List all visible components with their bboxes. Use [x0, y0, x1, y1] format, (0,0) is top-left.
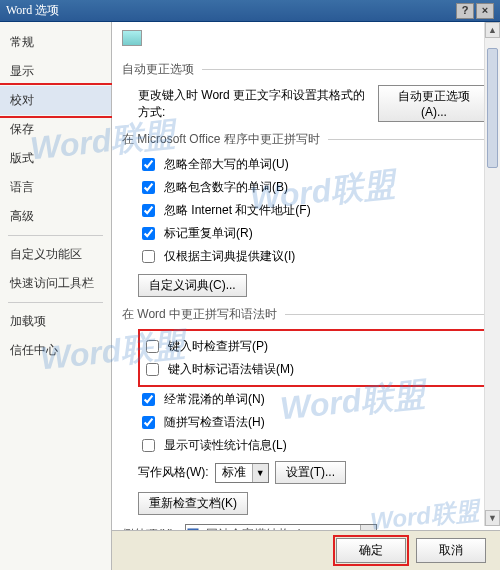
- opt-label: 经常混淆的单词(N): [164, 391, 265, 408]
- opt-mark-repeat[interactable]: [142, 227, 155, 240]
- section-title: 自动更正选项: [122, 61, 194, 78]
- scroll-thumb[interactable]: [487, 48, 498, 168]
- section-icon: [122, 30, 142, 46]
- scroll-up-arrow[interactable]: ▲: [485, 22, 500, 38]
- opt-ignore-internet[interactable]: [142, 204, 155, 217]
- opt-confused-words[interactable]: [142, 393, 155, 406]
- section-title: 在 Microsoft Office 程序中更正拼写时: [122, 131, 320, 148]
- titlebar: Word 选项 ? ×: [0, 0, 500, 22]
- opt-label: 随拼写检查语法(H): [164, 414, 265, 431]
- opt-ignore-numbers[interactable]: [142, 181, 155, 194]
- opt-label: 显示可读性统计信息(L): [164, 437, 287, 454]
- highlighted-spell-options: 键入时检查拼写(P) 键入时标记语法错误(M): [138, 329, 490, 387]
- chevron-down-icon: ▼: [252, 464, 268, 482]
- nav-item-display[interactable]: 显示: [0, 57, 111, 86]
- nav-item-proofing[interactable]: 校对: [0, 86, 111, 115]
- opt-label: 标记重复单词(R): [164, 225, 253, 242]
- combo-value: 标准: [216, 464, 252, 481]
- opt-mark-grammar-typing[interactable]: [146, 363, 159, 376]
- nav-item-advanced[interactable]: 高级: [0, 202, 111, 231]
- nav-item-general[interactable]: 常规: [0, 28, 111, 57]
- nav-item-save[interactable]: 保存: [0, 115, 111, 144]
- opt-readability-stats[interactable]: [142, 439, 155, 452]
- window-buttons: ? ×: [456, 3, 494, 19]
- opt-label: 忽略包含数字的单词(B): [164, 179, 288, 196]
- section-title: 在 Word 中更正拼写和语法时: [122, 306, 277, 323]
- custom-dict-button[interactable]: 自定义词典(C)...: [138, 274, 247, 297]
- scroll-down-arrow[interactable]: ▼: [485, 510, 500, 526]
- nav-item-customize-ribbon[interactable]: 自定义功能区: [0, 240, 111, 269]
- opt-label: 忽略全部大写的单词(U): [164, 156, 289, 173]
- dialog-footer: 确定 取消: [112, 530, 500, 570]
- cancel-button[interactable]: 取消: [416, 538, 486, 563]
- section-autocorrect-head: 自动更正选项: [122, 61, 490, 78]
- autocorrect-options-button[interactable]: 自动更正选项(A)...: [378, 85, 490, 122]
- recheck-doc-button[interactable]: 重新检查文档(K): [138, 492, 248, 515]
- ok-button[interactable]: 确定: [336, 538, 406, 563]
- nav-item-addins[interactable]: 加载项: [0, 307, 111, 336]
- nav-item-qat[interactable]: 快速访问工具栏: [0, 269, 111, 298]
- opt-label: 键入时标记语法错误(M): [168, 361, 294, 378]
- opt-label: 仅根据主词典提供建议(I): [164, 248, 295, 265]
- nav-separator: [8, 302, 103, 303]
- nav-sidebar: 常规 显示 校对 保存 版式 语言 高级 自定义功能区 快速访问工具栏 加载项 …: [0, 22, 112, 570]
- close-button[interactable]: ×: [476, 3, 494, 19]
- main-panel: 自动更正选项 更改键入时 Word 更正文字和设置其格式的方式: 自动更正选项(…: [112, 22, 500, 570]
- nav-item-language[interactable]: 语言: [0, 173, 111, 202]
- opt-grammar-with-spelling[interactable]: [142, 416, 155, 429]
- nav-separator: [8, 235, 103, 236]
- autocorrect-line: 更改键入时 Word 更正文字和设置其格式的方式:: [138, 87, 372, 121]
- opt-label: 忽略 Internet 和文件地址(F): [164, 202, 311, 219]
- scroll-track[interactable]: [485, 38, 500, 510]
- help-button[interactable]: ?: [456, 3, 474, 19]
- opt-ignore-uppercase[interactable]: [142, 158, 155, 171]
- opt-check-spelling-typing[interactable]: [146, 340, 159, 353]
- writing-style-label: 写作风格(W):: [138, 464, 209, 481]
- section-office-spell-head: 在 Microsoft Office 程序中更正拼写时: [122, 131, 490, 148]
- opt-main-dict-only[interactable]: [142, 250, 155, 263]
- writing-style-combo[interactable]: 标准 ▼: [215, 463, 269, 483]
- section-word-spell-head: 在 Word 中更正拼写和语法时: [122, 306, 490, 323]
- window-title: Word 选项: [6, 2, 456, 19]
- settings-button[interactable]: 设置(T)...: [275, 461, 346, 484]
- nav-item-trust[interactable]: 信任中心: [0, 336, 111, 365]
- vertical-scrollbar[interactable]: ▲ ▼: [484, 22, 500, 526]
- opt-label: 键入时检查拼写(P): [168, 338, 268, 355]
- nav-item-layout[interactable]: 版式: [0, 144, 111, 173]
